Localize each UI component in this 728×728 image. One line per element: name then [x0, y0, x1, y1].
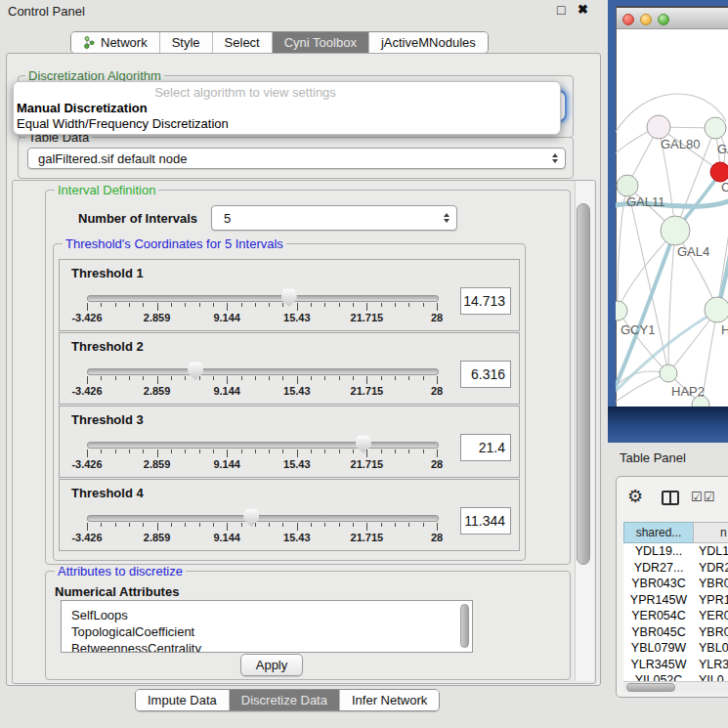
tick-mark — [297, 303, 298, 311]
table-row[interactable]: YDL19...YDL1 — [623, 543, 728, 560]
tick-mark — [269, 523, 270, 527]
node-gal11[interactable] — [617, 175, 638, 196]
tick-mark — [339, 376, 340, 380]
node-hap2[interactable] — [660, 364, 677, 382]
slider-track[interactable] — [87, 515, 439, 522]
select-columns-icon[interactable]: ☑☑ — [691, 490, 715, 504]
interval-definition-title: Interval Definition — [55, 184, 158, 196]
threshold-label: Threshold 2 — [71, 339, 144, 354]
node-label-gal80: GAL80 — [661, 137, 700, 151]
tab-label: Impute Data — [148, 693, 217, 707]
node-gal4[interactable] — [661, 216, 690, 245]
tick-label: 21.715 — [351, 532, 384, 543]
table-row[interactable]: YPR145WYPR1 — [623, 592, 728, 609]
node-gal80[interactable] — [647, 115, 670, 139]
column-view-icon[interactable] — [662, 491, 679, 505]
numerical-attributes-list[interactable]: SelfLoopsTopologicalCoefficientBetweenne… — [61, 600, 473, 653]
threshold-2-group: Threshold 2-3.4262.8599.14415.4321.71528 — [59, 332, 520, 405]
network-window-titlebar[interactable] — [617, 6, 728, 29]
table-data-combobox[interactable]: galFiltered.sif default node — [27, 148, 566, 169]
cell-name: YBL0 — [694, 641, 728, 655]
slider-track[interactable] — [87, 368, 439, 375]
table-row[interactable]: YIL052CYIL0 — [623, 672, 728, 681]
tick-mark — [87, 450, 88, 457]
number-of-intervals-combobox[interactable]: 5 — [211, 205, 457, 231]
app-root: Control Panel □ ✖ NetworkStyleSelectCyni… — [0, 0, 728, 728]
node-ga[interactable] — [705, 117, 726, 139]
tick-mark — [129, 523, 130, 527]
tick-label: 9.144 — [213, 532, 240, 543]
network-icon — [83, 36, 96, 49]
dropdown-option-manual-discretization[interactable]: Manual Discretization — [17, 101, 148, 115]
table-row[interactable]: YBR043CYBR0 — [623, 576, 728, 592]
dropdown-option-equal-width-frequency[interactable]: Equal Width/Frequency Discretization — [17, 116, 229, 131]
tab-network[interactable]: Network — [71, 32, 160, 53]
table-hscrollbar-thumb[interactable] — [626, 683, 675, 692]
tab-cyni-toolbox[interactable]: Cyni Toolbox — [273, 32, 369, 53]
combo-arrows-icon — [444, 213, 450, 223]
vertical-scrollbar-thumb[interactable] — [577, 203, 590, 565]
table-data-selected-value: galFiltered.sif default node — [38, 151, 187, 166]
tick-mark — [171, 523, 172, 527]
tick-mark — [353, 523, 354, 527]
tick-label: -3.426 — [71, 385, 102, 397]
close-icon[interactable]: ✖ — [578, 2, 588, 17]
node-c[interactable] — [710, 162, 728, 182]
node-gcy1[interactable] — [616, 301, 627, 321]
slider-track[interactable] — [87, 442, 439, 449]
tab-discretize-data[interactable]: Discretize Data — [230, 690, 340, 710]
tick-mark — [408, 523, 409, 527]
tick-label: -3.426 — [71, 312, 102, 323]
list-scrollbar-thumb[interactable] — [460, 604, 469, 648]
cell-name: YER0 — [694, 609, 728, 622]
tick-mark — [101, 303, 102, 307]
tick-label: 9.144 — [213, 312, 240, 323]
tick-mark — [437, 523, 438, 531]
column-header-shared-name[interactable]: shared... — [623, 522, 694, 543]
tab-label: Select — [225, 35, 260, 50]
threshold-value-field[interactable] — [460, 434, 511, 461]
slider-ticks — [87, 376, 437, 385]
table-row[interactable]: YLR345WYLR3 — [623, 657, 728, 673]
tick-mark — [185, 376, 186, 380]
column-header-name[interactable]: n — [693, 522, 728, 543]
network-canvas[interactable]: GAL80GACGAL11GAL4GCY1HHAP2 — [616, 29, 728, 407]
tick-mark — [199, 303, 200, 307]
slider-track[interactable] — [87, 295, 439, 302]
tab-label: Cyni Toolbox — [284, 35, 357, 50]
slider-ticks — [87, 523, 437, 532]
tab-jactivemnodules[interactable]: jActiveMNodules — [369, 32, 488, 53]
apply-button[interactable]: Apply — [240, 654, 303, 676]
table-row[interactable]: YBL079WYBL0 — [623, 640, 728, 657]
tab-impute-data[interactable]: Impute Data — [136, 690, 230, 710]
tick-mark — [408, 450, 409, 453]
threshold-4-group: Threshold 4-3.4262.8599.14415.4321.71528 — [59, 479, 520, 551]
threshold-label: Threshold 3 — [71, 412, 144, 427]
node-table[interactable]: YDL19...YDL1YDR27...YDR2YBR043CYBR0YPR14… — [623, 543, 728, 681]
tick-mark — [171, 450, 172, 453]
mac-minimize-button[interactable] — [640, 14, 652, 25]
table-row[interactable]: YBR045CYBR0 — [623, 624, 728, 641]
tab-select[interactable]: Select — [213, 32, 273, 53]
table-row[interactable]: YER054CYER0 — [623, 608, 728, 624]
tick-mark — [395, 523, 396, 527]
tab-infer-network[interactable]: Infer Network — [340, 690, 439, 710]
settings-gear-icon[interactable]: ⚙ — [627, 488, 643, 505]
table-panel-title: Table Panel — [620, 450, 686, 465]
mac-close-button[interactable] — [622, 14, 634, 25]
node-h[interactable] — [705, 297, 728, 322]
list-item-topologicalcoefficient[interactable]: TopologicalCoefficient — [62, 623, 472, 640]
tick-label: 15.43 — [283, 312, 311, 323]
list-item-selfloops[interactable]: SelfLoops — [62, 607, 472, 623]
list-item-betweennesscentrality[interactable]: BetweennessCentrality — [62, 640, 472, 653]
table-row[interactable]: YDR27...YDR2 — [623, 560, 728, 577]
tick-mark — [339, 450, 340, 453]
threshold-value-field[interactable] — [460, 287, 511, 315]
threshold-value-field[interactable] — [460, 507, 511, 535]
tick-mark — [395, 376, 396, 380]
tab-style[interactable]: Style — [160, 32, 213, 53]
mac-zoom-button[interactable] — [658, 14, 669, 25]
float-panel-icon[interactable]: □ — [557, 2, 565, 18]
threshold-value-field[interactable] — [460, 361, 511, 388]
cell-shared-name: YDR27... — [623, 561, 694, 575]
